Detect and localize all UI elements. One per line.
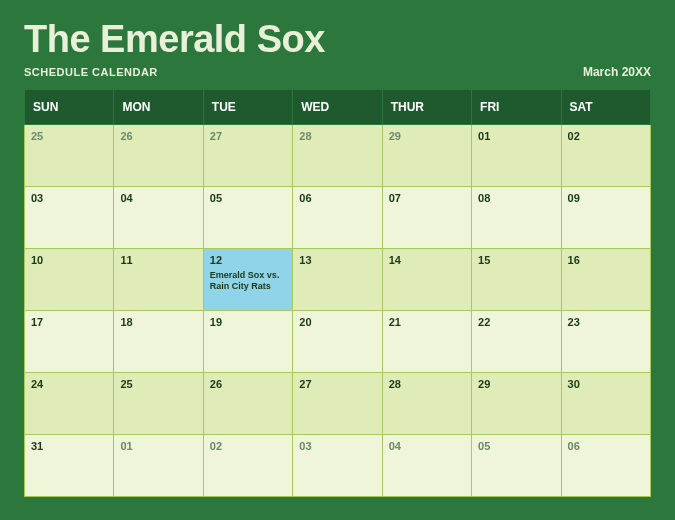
- calendar-day: 06: [561, 435, 650, 497]
- day-number: 28: [389, 378, 465, 390]
- day-number: 04: [389, 440, 465, 452]
- calendar-day: 25: [114, 373, 203, 435]
- calendar-day: 31: [25, 435, 114, 497]
- subhead-row: SCHEDULE CALENDAR March 20XX: [24, 65, 651, 79]
- day-number: 03: [299, 440, 375, 452]
- day-header: THUR: [382, 90, 471, 125]
- day-number: 25: [120, 378, 196, 390]
- day-number: 25: [31, 130, 107, 142]
- day-number: 02: [568, 130, 644, 142]
- calendar-day: 28: [293, 125, 382, 187]
- calendar-day: 02: [561, 125, 650, 187]
- calendar-day: 13: [293, 249, 382, 311]
- day-number: 12: [210, 254, 286, 266]
- day-number: 03: [31, 192, 107, 204]
- calendar-day: 03: [25, 187, 114, 249]
- day-header: SAT: [561, 90, 650, 125]
- day-number: 27: [210, 130, 286, 142]
- calendar-day: 05: [203, 187, 292, 249]
- calendar-day: 08: [472, 187, 561, 249]
- calendar-day: 09: [561, 187, 650, 249]
- calendar-day: 20: [293, 311, 382, 373]
- day-number: 06: [299, 192, 375, 204]
- calendar-event: Emerald Sox vs. Rain City Rats: [210, 270, 286, 292]
- calendar-day: 16: [561, 249, 650, 311]
- calendar-day: 17: [25, 311, 114, 373]
- calendar-day: 12Emerald Sox vs. Rain City Rats: [203, 249, 292, 311]
- calendar-day: 15: [472, 249, 561, 311]
- calendar-day: 22: [472, 311, 561, 373]
- day-number: 07: [389, 192, 465, 204]
- day-number: 21: [389, 316, 465, 328]
- calendar-week: 31010203040506: [25, 435, 651, 497]
- calendar-day: 25: [25, 125, 114, 187]
- day-number: 11: [120, 254, 196, 266]
- day-header: MON: [114, 90, 203, 125]
- day-number: 22: [478, 316, 554, 328]
- calendar-week: 101112Emerald Sox vs. Rain City Rats1314…: [25, 249, 651, 311]
- calendar-day: 27: [203, 125, 292, 187]
- calendar-day: 28: [382, 373, 471, 435]
- day-number: 17: [31, 316, 107, 328]
- calendar-week: 24252627282930: [25, 373, 651, 435]
- calendar-week: 17181920212223: [25, 311, 651, 373]
- day-header: FRI: [472, 90, 561, 125]
- day-number: 05: [478, 440, 554, 452]
- day-number: 01: [478, 130, 554, 142]
- calendar-day: 26: [203, 373, 292, 435]
- page-title: The Emerald Sox: [24, 18, 651, 61]
- day-number: 15: [478, 254, 554, 266]
- calendar-day: 11: [114, 249, 203, 311]
- calendar-header-row: SUNMONTUEWEDTHURFRISAT: [25, 90, 651, 125]
- calendar-day: 07: [382, 187, 471, 249]
- day-number: 19: [210, 316, 286, 328]
- day-number: 24: [31, 378, 107, 390]
- day-number: 10: [31, 254, 107, 266]
- day-number: 26: [120, 130, 196, 142]
- calendar-day: 04: [382, 435, 471, 497]
- calendar-week: 25262728290102: [25, 125, 651, 187]
- day-number: 20: [299, 316, 375, 328]
- day-header: WED: [293, 90, 382, 125]
- day-number: 28: [299, 130, 375, 142]
- day-number: 18: [120, 316, 196, 328]
- day-number: 14: [389, 254, 465, 266]
- calendar-day: 04: [114, 187, 203, 249]
- calendar-day: 06: [293, 187, 382, 249]
- day-number: 29: [478, 378, 554, 390]
- day-number: 29: [389, 130, 465, 142]
- calendar-day: 19: [203, 311, 292, 373]
- day-number: 06: [568, 440, 644, 452]
- calendar-day: 01: [114, 435, 203, 497]
- calendar-day: 23: [561, 311, 650, 373]
- calendar-day: 01: [472, 125, 561, 187]
- calendar-day: 29: [382, 125, 471, 187]
- day-number: 23: [568, 316, 644, 328]
- calendar-day: 21: [382, 311, 471, 373]
- day-number: 05: [210, 192, 286, 204]
- calendar-day: 30: [561, 373, 650, 435]
- calendar-table: SUNMONTUEWEDTHURFRISAT 25262728290102030…: [24, 89, 651, 497]
- day-number: 08: [478, 192, 554, 204]
- day-header: SUN: [25, 90, 114, 125]
- day-number: 09: [568, 192, 644, 204]
- calendar-day: 05: [472, 435, 561, 497]
- calendar-week: 03040506070809: [25, 187, 651, 249]
- calendar-day: 18: [114, 311, 203, 373]
- day-number: 04: [120, 192, 196, 204]
- month-label: March 20XX: [583, 65, 651, 79]
- calendar-day: 10: [25, 249, 114, 311]
- calendar-day: 26: [114, 125, 203, 187]
- day-number: 26: [210, 378, 286, 390]
- day-number: 13: [299, 254, 375, 266]
- calendar-body: 2526272829010203040506070809101112Emeral…: [25, 125, 651, 497]
- day-number: 01: [120, 440, 196, 452]
- day-number: 31: [31, 440, 107, 452]
- day-number: 16: [568, 254, 644, 266]
- day-number: 30: [568, 378, 644, 390]
- calendar-day: 29: [472, 373, 561, 435]
- day-header: TUE: [203, 90, 292, 125]
- calendar-day: 24: [25, 373, 114, 435]
- calendar-day: 03: [293, 435, 382, 497]
- day-number: 02: [210, 440, 286, 452]
